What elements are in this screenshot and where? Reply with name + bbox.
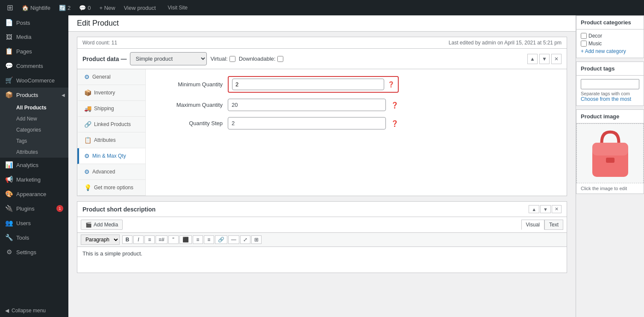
sidebar-item-marketing[interactable]: 📢 Marketing — [0, 172, 68, 187]
submenu-attributes[interactable]: Attributes — [0, 147, 68, 158]
bold-button[interactable]: B — [122, 235, 132, 244]
tab-shipping[interactable]: 🚚 Shipping — [77, 101, 145, 117]
main-content: Edit Product Word count: 11 Last edited … — [68, 15, 576, 317]
tab-advanced[interactable]: ⚙ Advanced — [77, 164, 145, 180]
submenu-tags[interactable]: Tags — [0, 135, 68, 147]
text-tab-label: Text — [549, 222, 559, 228]
sidebar: 📄 Posts 🖼 Media 📋 Pages 💬 Comments 🛒 Woo… — [0, 15, 68, 317]
updates-icon: 🔄 — [59, 5, 66, 11]
submenu-all-products[interactable]: All Products — [0, 102, 68, 113]
ordered-list-button[interactable]: ≡# — [156, 235, 168, 244]
editor-content[interactable]: This is a simple product. — [77, 247, 567, 273]
sidebar-item-woocommerce[interactable]: 🛒 WooCommerce — [0, 73, 68, 88]
sidebar-item-comments[interactable]: 💬 Comments — [0, 59, 68, 73]
sidebar-item-products[interactable]: 📦 Products ◀ — [0, 88, 68, 102]
plugins-icon: 🔌 — [5, 205, 13, 212]
tags-input[interactable] — [581, 79, 639, 89]
product-image-placeholder[interactable] — [576, 123, 644, 183]
paragraph-format-select[interactable]: Paragraph Heading 1 Heading 2 — [81, 235, 120, 245]
tab-general[interactable]: ⚙ General — [77, 69, 145, 85]
editor-text: This is a simple product. — [82, 250, 142, 257]
add-media-button[interactable]: 🎬 Add Media — [81, 220, 123, 230]
maximum-quantity-help-icon[interactable]: ❓ — [391, 102, 398, 109]
add-new-label: Add New — [16, 116, 37, 122]
visual-text-tab-group: Visual Text — [521, 220, 563, 230]
horizontal-rule-button[interactable]: — — [228, 235, 239, 244]
site-name-button[interactable]: 🏠 Nightlife — [18, 0, 54, 15]
tab-shipping-label: Shipping — [94, 106, 114, 112]
sidebar-item-users[interactable]: 👥 Users — [0, 216, 68, 230]
short-description-toggle-buttons: ▲ ▼ ✕ — [529, 205, 562, 213]
short-desc-close-button[interactable]: ✕ — [552, 205, 562, 213]
tab-minmax[interactable]: ⚙ Min & Max Qty — [77, 148, 145, 164]
category-music-checkbox[interactable] — [581, 41, 587, 47]
visual-tab[interactable]: Visual — [521, 220, 544, 230]
short-description-header: Product short description ▲ ▼ ✕ — [77, 202, 567, 217]
product-image-box-content: Click the image to edit — [576, 123, 644, 194]
minimum-quantity-label: Minimum Quantity — [154, 81, 223, 88]
visit-site-label: Visit Site — [168, 5, 188, 11]
link-button[interactable]: 🔗 — [215, 235, 227, 244]
comments-icon: 💬 — [79, 5, 86, 11]
page-header: Edit Product — [68, 15, 576, 32]
minmax-tab-icon: ⚙ — [84, 153, 90, 159]
unordered-list-button[interactable]: ≡ — [144, 235, 155, 244]
sidebar-item-media[interactable]: 🖼 Media — [0, 30, 68, 44]
sidebar-item-plugins[interactable]: 🔌 Plugins 1 — [0, 201, 68, 216]
maximum-quantity-input[interactable] — [228, 99, 386, 111]
postbox-close-button[interactable]: ✕ — [551, 54, 562, 64]
italic-button[interactable]: I — [133, 235, 144, 244]
tab-attributes[interactable]: 📋 Attributes — [77, 132, 145, 148]
sidebar-item-settings[interactable]: ⚙ Settings — [0, 245, 68, 259]
text-tab[interactable]: Text — [544, 220, 563, 230]
tab-general-label: General — [92, 74, 111, 80]
add-new-category-link[interactable]: + Add new category — [581, 48, 639, 54]
tab-inventory[interactable]: 📦 Inventory — [77, 85, 145, 101]
category-decor-checkbox[interactable] — [581, 33, 587, 39]
short-desc-down-button[interactable]: ▼ — [540, 205, 551, 213]
woocommerce-icon: 🛒 — [5, 76, 13, 84]
sidebar-item-analytics[interactable]: 📊 Analytics — [0, 158, 68, 172]
sidebar-item-posts[interactable]: 📄 Posts — [0, 15, 68, 30]
category-music-label: Music — [588, 41, 602, 47]
align-left-button[interactable]: ⬛ — [179, 235, 192, 244]
choose-from-most-link[interactable]: Choose from the most — [581, 96, 639, 102]
postbox-collapse-up-button[interactable]: ▲ — [527, 54, 538, 64]
sidebar-item-pages[interactable]: 📋 Pages — [0, 44, 68, 59]
view-product-button[interactable]: View product — [121, 0, 159, 15]
minimum-quantity-help-icon[interactable]: ❓ — [388, 81, 394, 88]
downloadable-checkbox[interactable] — [277, 56, 283, 62]
visual-tab-label: Visual — [526, 222, 540, 228]
more-toolbar-button[interactable]: ⊞ — [251, 235, 262, 244]
sidebar-item-tools[interactable]: 🔧 Tools — [0, 230, 68, 245]
fullscreen-button[interactable]: ⤢ — [240, 235, 250, 244]
visit-site-button[interactable]: Visit Site — [165, 0, 191, 15]
updates-button[interactable]: 🔄 2 — [56, 0, 74, 15]
sidebar-label-marketing: Marketing — [16, 176, 41, 183]
product-type-select[interactable]: Simple product Variable product Grouped … — [130, 52, 207, 65]
submenu-add-new[interactable]: Add New — [0, 113, 68, 124]
comments-button[interactable]: 💬 0 — [76, 0, 94, 15]
postbox-collapse-down-button[interactable]: ▼ — [539, 54, 550, 64]
minimum-quantity-input[interactable] — [232, 79, 384, 90]
quantity-step-input[interactable] — [228, 117, 386, 129]
collapse-menu-button[interactable]: ◀ Collapse menu — [0, 304, 68, 317]
wp-logo-button[interactable]: ⊞ — [3, 0, 17, 15]
tools-icon: 🔧 — [5, 234, 13, 241]
new-content-button[interactable]: + New — [96, 0, 118, 15]
tab-get-options[interactable]: 💡 Get more options — [77, 180, 145, 196]
quantity-step-help-icon[interactable]: ❓ — [391, 120, 398, 127]
tab-linked-products[interactable]: 🔗 Linked Products — [77, 117, 145, 132]
products-icon: 📦 — [5, 91, 13, 99]
blockquote-button[interactable]: " — [168, 235, 179, 244]
sidebar-label-tools: Tools — [16, 235, 29, 241]
sidebar-item-appearance[interactable]: 🎨 Appearance — [0, 187, 68, 201]
submenu-categories[interactable]: Categories — [0, 124, 68, 135]
product-image-svg — [585, 126, 636, 181]
short-desc-up-button[interactable]: ▲ — [529, 205, 539, 213]
virtual-checkbox[interactable] — [229, 56, 235, 62]
categories-box-title: Product categories — [576, 16, 644, 29]
align-center-button[interactable]: ≡ — [193, 235, 203, 244]
align-right-button[interactable]: ≡ — [204, 235, 214, 244]
choose-from-label: Choose from the most — [581, 96, 631, 102]
